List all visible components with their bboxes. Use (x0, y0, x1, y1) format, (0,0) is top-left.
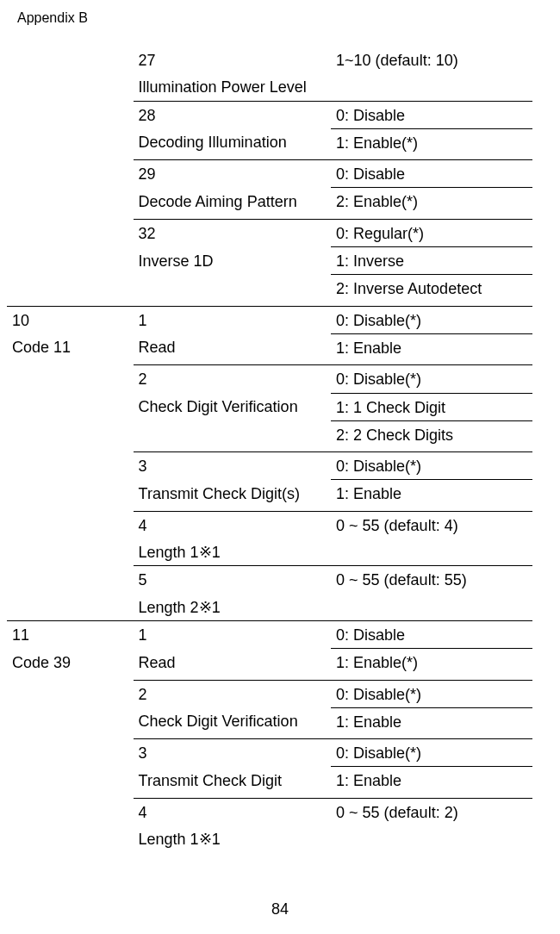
cell-param (134, 275, 331, 302)
cell-value: 0: Disable(*) (331, 739, 532, 767)
cell-value: 2: Inverse Autodetect (331, 275, 532, 302)
cell-code-group (7, 101, 134, 128)
table-row: 2: 2 Check Digits (7, 420, 532, 448)
cell-code-group (7, 275, 134, 302)
table-row: Decoding Illumination1: Enable(*) (7, 128, 532, 156)
cell-code-group (7, 128, 134, 156)
cell-value: 0: Disable (331, 620, 532, 648)
cell-code-group (7, 365, 134, 393)
cell-value: 1: Enable (331, 480, 532, 507)
cell-code-group (7, 219, 134, 246)
table-row: 20: Disable(*) (7, 680, 532, 707)
cell-code-group (7, 420, 134, 448)
table-row: 30: Disable(*) (7, 452, 532, 480)
page-header: Appendix B (17, 10, 543, 26)
cell-param: 4 (134, 798, 331, 825)
cell-value: 1: Enable (331, 767, 532, 794)
table-row: 20: Disable(*) (7, 365, 532, 393)
cell-value: 0: Disable (331, 101, 532, 128)
cell-code-group: 11 (7, 620, 134, 648)
cell-value (331, 73, 532, 101)
cell-code-group: 10 (7, 306, 134, 333)
table-row: Decode Aiming Pattern2: Enable(*) (7, 188, 532, 215)
cell-value: 1~10 (default: 10) (331, 47, 532, 73)
table-row: Code 39Read1: Enable(*) (7, 649, 532, 676)
cell-code-group (7, 680, 134, 707)
cell-param: 2 (134, 365, 331, 393)
cell-value: 1: Inverse (331, 247, 532, 275)
cell-param: Transmit Check Digit(s) (134, 480, 331, 507)
table-row: 40 ~ 55 (default: 4) (7, 511, 532, 539)
cell-param: 29 (134, 160, 331, 188)
table-row: Length 1※1 (7, 825, 532, 852)
cell-code-group: Code 39 (7, 649, 134, 676)
cell-value: 0: Disable(*) (331, 306, 532, 333)
cell-value: 2: 2 Check Digits (331, 420, 532, 448)
cell-param: Length 1※1 (134, 539, 331, 566)
table-row: 290: Disable (7, 160, 532, 188)
cell-param: Check Digit Verification (134, 393, 331, 420)
cell-value: 1: Enable (331, 333, 532, 361)
cell-param: 4 (134, 511, 331, 539)
cell-value: 2: Enable(*) (331, 188, 532, 215)
cell-code-group (7, 539, 134, 566)
table-row: 320: Regular(*) (7, 219, 532, 246)
cell-value: 1: Enable(*) (331, 128, 532, 156)
cell-param: Check Digit Verification (134, 707, 331, 735)
cell-code-group (7, 566, 134, 594)
cell-code-group (7, 739, 134, 767)
cell-code-group (7, 480, 134, 507)
cell-value: 0: Disable(*) (331, 680, 532, 707)
table-row: Check Digit Verification1: 1 Check Digit (7, 393, 532, 420)
cell-param: Inverse 1D (134, 247, 331, 275)
table-row: Check Digit Verification1: Enable (7, 707, 532, 735)
cell-value: 0 ~ 55 (default: 2) (331, 798, 532, 825)
cell-code-group (7, 707, 134, 735)
table-row: 280: Disable (7, 101, 532, 128)
table-row: Length 2※1 (7, 594, 532, 621)
cell-value: 0 ~ 55 (default: 4) (331, 511, 532, 539)
cell-code-group (7, 767, 134, 794)
cell-code-group (7, 73, 134, 101)
cell-param: Read (134, 649, 331, 676)
cell-param: 3 (134, 452, 331, 480)
cell-code-group: Code 11 (7, 333, 134, 361)
cell-param: Length 1※1 (134, 825, 331, 852)
cell-param: 1 (134, 306, 331, 333)
cell-value (331, 825, 532, 852)
cell-param: Decode Aiming Pattern (134, 188, 331, 215)
cell-code-group (7, 594, 134, 621)
cell-code-group (7, 247, 134, 275)
cell-param: 1 (134, 620, 331, 648)
cell-value: 0: Disable (331, 160, 532, 188)
cell-param: 2 (134, 680, 331, 707)
cell-param: Length 2※1 (134, 594, 331, 621)
cell-param: 28 (134, 101, 331, 128)
table-row: Length 1※1 (7, 539, 532, 566)
cell-code-group (7, 825, 134, 852)
cell-value: 0 ~ 55 (default: 55) (331, 566, 532, 594)
table-row: 1110: Disable (7, 620, 532, 648)
cell-param: Transmit Check Digit (134, 767, 331, 794)
page-number: 84 (17, 900, 543, 918)
cell-code-group (7, 393, 134, 420)
cell-param: Read (134, 333, 331, 361)
cell-param: 27 (134, 47, 331, 73)
table-row: 2: Inverse Autodetect (7, 275, 532, 302)
cell-value: 1: Enable (331, 707, 532, 735)
table-row: Inverse 1D1: Inverse (7, 247, 532, 275)
spec-table: 271~10 (default: 10)Illumination Power L… (7, 47, 532, 852)
table-row: Code 11Read1: Enable (7, 333, 532, 361)
table-row: 50 ~ 55 (default: 55) (7, 566, 532, 594)
cell-value: 0: Disable(*) (331, 365, 532, 393)
cell-code-group (7, 160, 134, 188)
cell-value: 1: Enable(*) (331, 649, 532, 676)
cell-value: 1: 1 Check Digit (331, 393, 532, 420)
cell-param: Illumination Power Level (134, 73, 331, 101)
cell-code-group (7, 452, 134, 480)
cell-value (331, 594, 532, 621)
table-row: Transmit Check Digit(s)1: Enable (7, 480, 532, 507)
table-row: 1010: Disable(*) (7, 306, 532, 333)
table-row: Illumination Power Level (7, 73, 532, 101)
cell-value: 0: Disable(*) (331, 452, 532, 480)
